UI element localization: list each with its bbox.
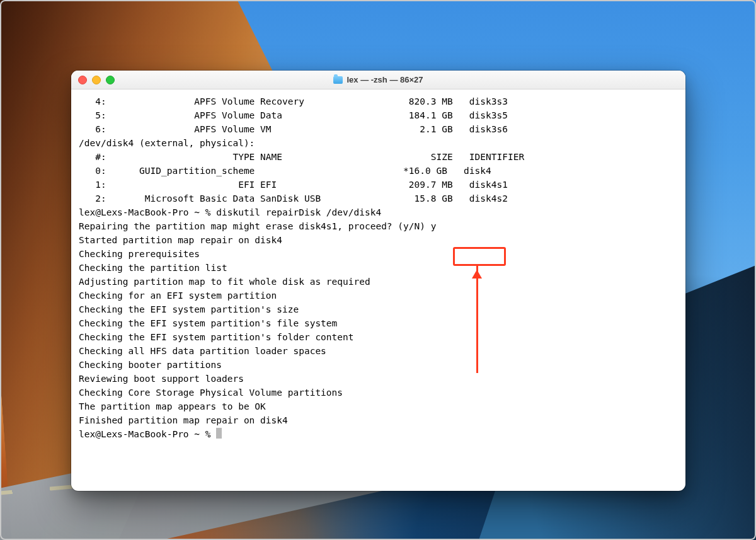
window-title-text: lex — -zsh — 86×27: [346, 75, 423, 84]
terminal-line: Checking booter partitions: [79, 358, 678, 372]
terminal-line: Checking the EFI system partition's fold…: [79, 330, 678, 344]
terminal-line: Checking the partition list: [79, 261, 678, 275]
terminal-line: Checking Core Storage Physical Volume pa…: [79, 386, 678, 399]
annotation-arrow: [476, 266, 478, 373]
terminal-line: Repairing the partition map might erase …: [79, 219, 678, 233]
terminal-line: 5: APFS Volume Data 184.1 GB disk3s5: [79, 108, 678, 122]
annotation-highlight-box: [453, 247, 506, 266]
terminal-line: #: TYPE NAME SIZE IDENTIFIER: [79, 150, 678, 164]
titlebar[interactable]: lex — -zsh — 86×27: [71, 71, 685, 89]
terminal-prompt[interactable]: lex@Lexs-MacBook-Pro ~ %: [79, 427, 678, 441]
terminal-content[interactable]: 4: APFS Volume Recovery 820.3 MB disk3s3…: [71, 89, 685, 444]
terminal-line: 1: EFI EFI 209.7 MB disk4s1: [79, 178, 678, 192]
terminal-line: Checking for an EFI system partition: [79, 289, 678, 302]
terminal-line: 2: Microsoft Basic Data SanDisk USB 15.8…: [79, 192, 678, 205]
terminal-window[interactable]: lex — -zsh — 86×27 4: APFS Volume Recove…: [71, 71, 685, 491]
close-button[interactable]: [78, 76, 87, 84]
terminal-line: Finished partition map repair on disk4: [79, 413, 678, 427]
terminal-line: Checking the EFI system partition's file…: [79, 316, 678, 330]
terminal-line: Started partition map repair on disk4: [79, 233, 678, 247]
window-title: lex — -zsh — 86×27: [71, 75, 685, 84]
terminal-line: Checking prerequisites: [79, 247, 678, 261]
terminal-line: Checking the EFI system partition's size: [79, 302, 678, 316]
terminal-line: 4: APFS Volume Recovery 820.3 MB disk3s3: [79, 95, 678, 108]
terminal-line: 0: GUID_partition_scheme *16.0 GB disk4: [79, 164, 678, 178]
terminal-cursor: [216, 428, 222, 439]
terminal-line: Reviewing boot support loaders: [79, 372, 678, 386]
terminal-line: /dev/disk4 (external, physical):: [79, 136, 678, 150]
terminal-line: The partition map appears to be OK: [79, 399, 678, 413]
terminal-line: lex@Lexs-MacBook-Pro ~ % diskutil repair…: [79, 205, 678, 219]
terminal-line: 6: APFS Volume VM 2.1 GB disk3s6: [79, 122, 678, 136]
folder-icon: [333, 76, 343, 84]
terminal-line: Checking all HFS data partition loader s…: [79, 344, 678, 358]
terminal-line: Adjusting partition map to fit whole dis…: [79, 275, 678, 289]
traffic-lights: [78, 76, 115, 84]
minimize-button[interactable]: [92, 76, 101, 84]
zoom-button[interactable]: [106, 76, 115, 84]
